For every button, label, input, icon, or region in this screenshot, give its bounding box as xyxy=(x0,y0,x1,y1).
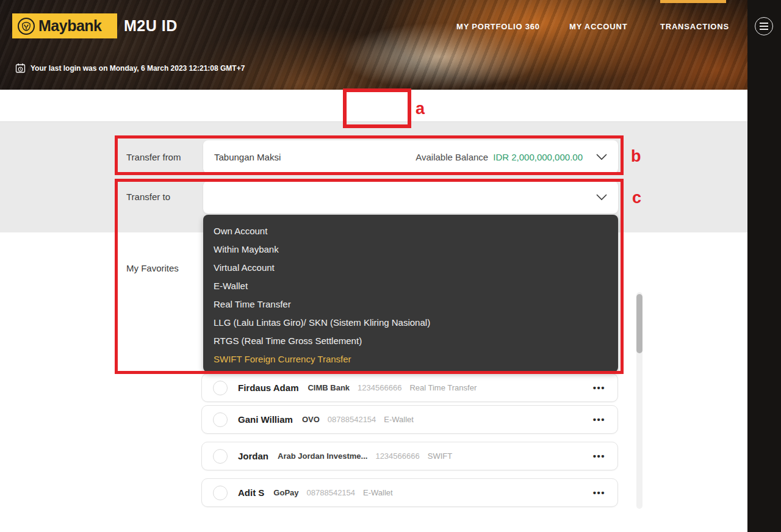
more-options-icon[interactable]: ••• xyxy=(593,414,605,425)
option-llg-skn[interactable]: LLG (Lalu Lintas Giro)/ SKN (Sistem Klir… xyxy=(203,314,618,332)
favorite-account-number: 1234566666 xyxy=(375,451,419,461)
last-login-text: Your last login was on Monday, 6 March 2… xyxy=(31,64,245,73)
favorite-bank: CIMB Bank xyxy=(308,383,350,392)
favorite-row-adit-s[interactable]: Adit S GoPay 08788542154 E-Wallet ••• xyxy=(201,478,618,507)
option-within-maybank[interactable]: Within Maybank xyxy=(203,240,618,259)
radio-button[interactable] xyxy=(213,449,228,464)
favorite-name: Adit S xyxy=(238,487,264,498)
option-rtgs[interactable]: RTGS (Real Time Gross Settlement) xyxy=(203,332,618,350)
chevron-down-icon[interactable] xyxy=(596,194,607,201)
m2u-app-window: Maybank M2U ID MY PORTFOLIO 360 MY ACCOU… xyxy=(0,0,781,532)
favorites-scrollbar-thumb[interactable] xyxy=(636,294,642,353)
chevron-down-icon[interactable] xyxy=(596,154,607,160)
hamburger-menu-icon[interactable] xyxy=(755,17,773,35)
favorite-row-jordan[interactable]: Jordan Arab Jordan Investme... 123456666… xyxy=(201,442,618,470)
transfer-to-label: Transfer to xyxy=(126,192,170,202)
option-own-account[interactable]: Own Account xyxy=(203,222,618,240)
favorites-scrollbar-track[interactable] xyxy=(636,292,642,509)
annotation-letter-c: c xyxy=(632,189,641,207)
transfer-to-dropdown-menu: Own Account Within Maybank Virtual Accou… xyxy=(203,215,618,372)
favorite-bank: OVO xyxy=(302,415,320,424)
favorite-name: Firdaus Adam xyxy=(238,383,298,393)
favorite-name: Jordan xyxy=(238,451,268,461)
annotation-letter-a: a xyxy=(416,99,425,118)
option-real-time-transfer[interactable]: Real Time Transfer xyxy=(203,295,618,314)
favorite-transfer-type: E-Wallet xyxy=(384,415,414,424)
annotation-letter-b: b xyxy=(631,147,641,166)
favorite-transfer-type: SWIFT xyxy=(428,451,452,461)
radio-button[interactable] xyxy=(213,486,228,500)
transfer-to-select[interactable] xyxy=(203,181,618,214)
favorite-row-firdaus-adam[interactable]: Firdaus Adam CIMB Bank 1234566666 Real T… xyxy=(201,373,618,402)
option-swift-foreign-currency[interactable]: SWIFT Foreign Currency Transfer xyxy=(203,350,618,368)
option-virtual-account[interactable]: Virtual Account xyxy=(203,259,618,277)
more-options-icon[interactable]: ••• xyxy=(593,451,605,461)
favorite-account-number: 1234566666 xyxy=(358,383,401,392)
source-account-name: Tabungan Maksi xyxy=(214,152,281,162)
header-tiger-banner: Maybank M2U ID MY PORTFOLIO 360 MY ACCOU… xyxy=(0,0,747,90)
last-login-row: Your last login was on Monday, 6 March 2… xyxy=(15,63,245,73)
option-e-wallet[interactable]: E-Wallet xyxy=(203,277,618,295)
transfer-from-label: Transfer from xyxy=(126,152,181,162)
top-navigation: MY PORTFOLIO 360 MY ACCOUNT TRANSACTIONS xyxy=(0,0,747,52)
available-balance-value: IDR 2,000,000,000.00 xyxy=(493,152,583,162)
favorite-transfer-type: Real Time Transfer xyxy=(409,383,477,392)
radio-button[interactable] xyxy=(213,381,228,395)
transaction-tabbar: PAYMENT TRANSFER PURCHASE xyxy=(0,90,747,122)
favorite-account-number: 08788542154 xyxy=(307,488,356,497)
transfer-from-select[interactable]: Tabungan Maksi Available Balance IDR 2,0… xyxy=(203,140,618,173)
available-balance-label: Available Balance xyxy=(416,152,488,162)
favorite-name: Gani William xyxy=(238,414,293,425)
nav-my-account[interactable]: MY ACCOUNT xyxy=(569,22,627,31)
right-sidebar-rail xyxy=(747,0,781,532)
favorite-account-number: 08788542154 xyxy=(328,415,376,424)
nav-my-portfolio-360[interactable]: MY PORTFOLIO 360 xyxy=(456,22,540,31)
calendar-clock-icon xyxy=(15,63,26,73)
more-options-icon[interactable]: ••• xyxy=(593,383,605,393)
favorite-row-gani-william[interactable]: Gani William OVO 08788542154 E-Wallet ••… xyxy=(201,405,618,434)
favorite-bank: Arab Jordan Investme... xyxy=(278,451,367,461)
balance-group: Available Balance IDR 2,000,000,000.00 xyxy=(416,152,583,162)
nav-transactions[interactable]: TRANSACTIONS xyxy=(660,22,729,31)
favorite-transfer-type: E-Wallet xyxy=(363,488,393,497)
my-favorites-label: My Favorites xyxy=(126,263,179,273)
more-options-icon[interactable]: ••• xyxy=(593,487,605,498)
favorite-bank: GoPay xyxy=(273,488,298,497)
radio-button[interactable] xyxy=(213,412,228,427)
